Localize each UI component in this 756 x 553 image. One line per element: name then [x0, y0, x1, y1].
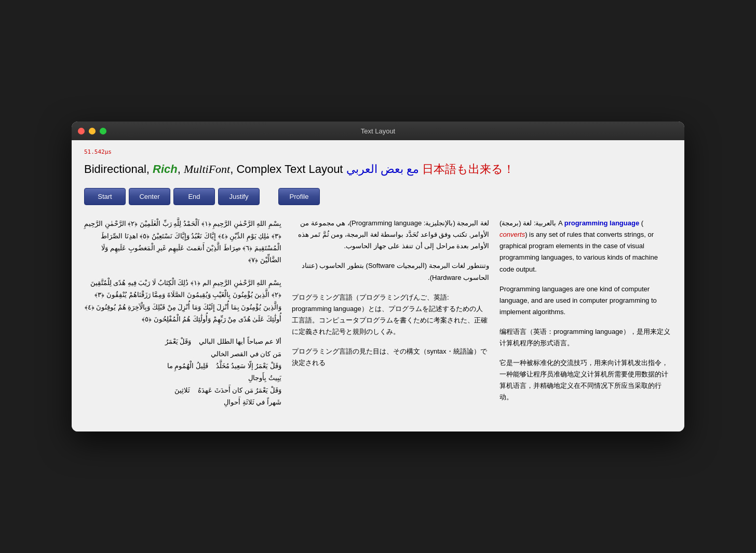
- arabic-programming-para: لغة البرمجة (بالإنجليزية: Programming la…: [292, 218, 489, 252]
- start-button[interactable]: Start: [84, 188, 126, 205]
- multifont-text: MultiFont: [184, 163, 230, 176]
- chinese-para-1: 编程语言（英语：programming language），是用来定义计算机程序…: [500, 326, 672, 349]
- arabic-headline: مع بعض العربي: [346, 163, 419, 176]
- chinese-para-2: 它是一种被标准化的交流技巧，用来向计算机发出指令，一种能够让程序员准确地定义计算…: [500, 357, 672, 403]
- arabic-software-para: وتنتطور لغات البرمجة (البرمجيات Software…: [292, 260, 489, 283]
- arabic-quran-fatiha: بِسْمِ اللهِ الرَّحْمٰنِ الرَّحِيمِ ﴿١﴾ …: [84, 218, 281, 266]
- justify-button[interactable]: Justify: [218, 188, 260, 205]
- app-window: Text Layout 51.542µs Bidirectional, Rich…: [72, 122, 684, 431]
- english-para-2: Programming languages are one kind of co…: [500, 284, 672, 318]
- japanese-headline: 日本語も出来る！: [422, 163, 515, 176]
- poetry-line-6: شَهراً في ثَلاثَةِ أَحوالِ: [224, 398, 281, 406]
- main-content: 51.542µs Bidirectional, Rich, MultiFont,…: [72, 140, 684, 431]
- rich-text: Rich: [153, 163, 178, 176]
- programming-language-bold: programming language: [564, 219, 639, 227]
- toolbar: Start Center End Justify Profile: [84, 188, 672, 205]
- arabic-column: بِسْمِ اللهِ الرَّحْمٰنِ الرَّحِيمِ ﴿١﴾ …: [84, 218, 281, 419]
- end-button[interactable]: End: [173, 188, 215, 205]
- arabic-quran-baqara: بِسْمِ اللهِ الرَّحْمٰنِ الرَّحِيمِ الم …: [84, 277, 281, 326]
- poetry-line-3: وَقَلْ يَعْمَرُ إلّا سَعِيدُ مُخَلَّدُ ق…: [167, 362, 281, 370]
- poetry-line-2: مَن كان في القصر الخالي: [211, 350, 281, 358]
- arabic-note: بالعربية: لغة (برمجة): [500, 219, 557, 227]
- center-button[interactable]: Center: [129, 188, 170, 205]
- arabic-software-text: وتنتطور لغات البرمجة (البرمجيات Software…: [292, 260, 489, 283]
- japanese-para-2: プログラミング言語の見た目は、その構文（syntax・統語論）で決定される: [292, 346, 489, 369]
- window-controls: [78, 128, 106, 134]
- timing-display: 51.542µs: [84, 149, 672, 155]
- middle-column: لغة البرمجة (بالإنجليزية: Programming la…: [292, 218, 489, 377]
- maximize-button[interactable]: [100, 128, 106, 134]
- arabic-section-3: ألا عم صباحاً أيها الطلل البالي وَقَلْ ي…: [84, 335, 281, 408]
- profile-button[interactable]: Profile: [278, 188, 320, 205]
- headline: Bidirectional, Rich, MultiFont, Complex …: [84, 161, 672, 178]
- arabic-poetry: ألا عم صباحاً أيها الطلل البالي وَقَلْ ي…: [84, 335, 281, 408]
- poetry-line-5: وَقَلْ يَعْمَرُ مَن كان أَحدَثَ عَهدَهُ …: [174, 386, 281, 394]
- arabic-section-1: بِسْمِ اللهِ الرَّحْمٰنِ الرَّحِيمِ ﴿١﴾ …: [84, 218, 281, 266]
- poetry-line-1: ألا عم صباحاً أيها الطلل البالي وَقَلْ ي…: [165, 338, 281, 345]
- converts-italic: converts: [500, 231, 525, 238]
- japanese-text-1: プログラミング言語（プログラミングげんご、英語: programming lan…: [292, 292, 489, 338]
- right-column: بالعربية: لغة (برمجة) A programming lang…: [500, 218, 672, 411]
- titlebar: Text Layout: [72, 122, 684, 140]
- poetry-line-4: يَبِيتُ بِأَوجالِ: [248, 374, 281, 382]
- content-columns: بِسْمِ اللهِ الرَّحْمٰنِ الرَّحِيمِ ﴿١﴾ …: [84, 218, 672, 419]
- japanese-text-2: プログラミング言語の見た目は、その構文（syntax・統語論）で決定される: [292, 346, 489, 369]
- close-button[interactable]: [78, 128, 85, 134]
- arabic-section-2: بِسْمِ اللهِ الرَّحْمٰنِ الرَّحِيمِ الم …: [84, 277, 281, 326]
- arabic-prog-text: لغة البرمجة (بالإنجليزية: Programming la…: [292, 218, 489, 252]
- english-para-1: بالعربية: لغة (برمجة) A programming lang…: [500, 218, 672, 275]
- window-title: Text Layout: [361, 127, 396, 135]
- japanese-para-1: プログラミング言語（プログラミングげんご、英語: programming lan…: [292, 292, 489, 338]
- minimize-button[interactable]: [89, 128, 96, 134]
